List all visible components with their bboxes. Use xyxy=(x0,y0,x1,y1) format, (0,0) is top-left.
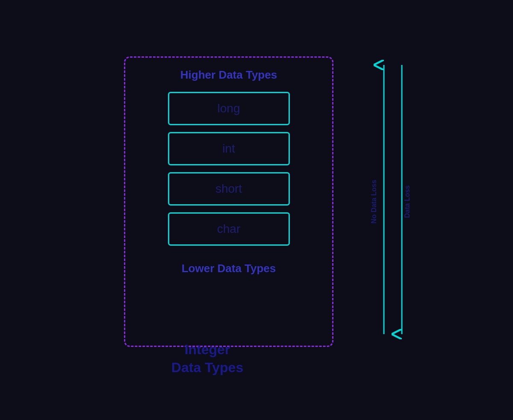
lower-data-types-label: Lower Data Types xyxy=(182,262,276,275)
content-area: Higher Data Types long int short char Lo… xyxy=(124,56,333,347)
arrows-panel: No Data Loss Data Loss xyxy=(368,56,423,347)
type-label-short: short xyxy=(215,182,242,196)
type-box-short: short xyxy=(168,172,290,206)
no-data-loss-text: No Data Loss xyxy=(370,179,377,223)
type-box-int: int xyxy=(168,132,290,165)
type-label-long: long xyxy=(218,102,240,115)
type-label-char: char xyxy=(217,222,240,236)
bottom-title-line2: Data Types xyxy=(150,359,265,377)
type-label-int: int xyxy=(222,142,235,156)
bottom-title-line1: Integer xyxy=(150,341,265,359)
arrows-svg: No Data Loss Data Loss xyxy=(368,56,423,347)
diagram-container: Higher Data Types long int short char Lo… xyxy=(90,35,423,385)
data-loss-text: Data Loss xyxy=(404,185,411,218)
type-box-long: long xyxy=(168,92,290,125)
higher-data-types-label: Higher Data Types xyxy=(180,68,277,82)
bottom-title: Integer Data Types xyxy=(150,341,265,376)
type-box-char: char xyxy=(168,212,290,246)
